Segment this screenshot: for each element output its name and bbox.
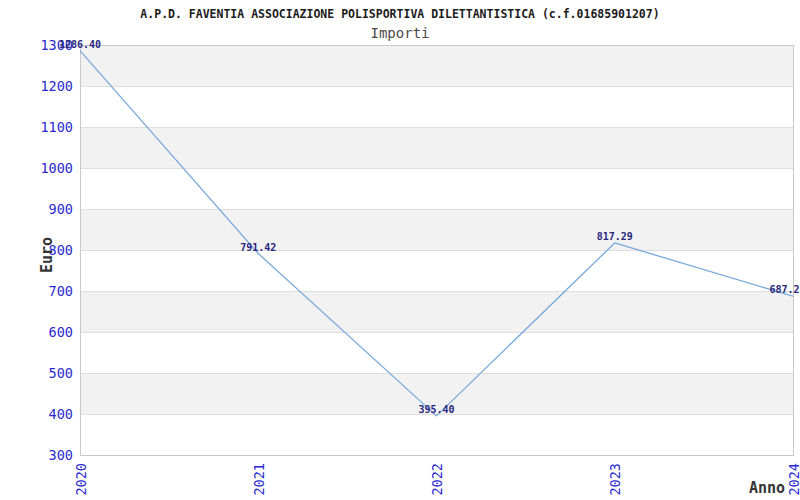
x-axis-title: Anno — [749, 481, 785, 496]
y-axis-tick-label: 600 — [49, 324, 73, 340]
data-point-label: 791.42 — [240, 242, 276, 253]
plot-band — [80, 209, 793, 250]
x-axis-tick-label: 2023 — [607, 463, 623, 496]
plot-band — [80, 291, 793, 332]
plot-band — [80, 414, 793, 455]
x-axis-tick-label: 2024 — [786, 463, 800, 496]
plot-band — [80, 86, 793, 127]
plot-band — [80, 45, 793, 86]
plot-area: 3004005006007008009001000110012001300202… — [0, 0, 800, 500]
chart-title: A.P.D. FAVENTIA ASSOCIAZIONE POLISPORTIV… — [0, 7, 800, 21]
x-axis-tick-label: 2020 — [73, 463, 89, 496]
x-axis-tick-label: 2021 — [251, 463, 267, 496]
y-axis-tick-label: 900 — [49, 201, 73, 217]
y-axis-tick-label: 1000 — [40, 160, 73, 176]
y-axis-tick-label: 1200 — [40, 78, 73, 94]
y-axis-tick-label: 500 — [49, 365, 73, 381]
plot-band — [80, 250, 793, 291]
data-point-label: 687.2 — [769, 284, 799, 295]
y-axis-tick-label: 1100 — [40, 119, 73, 135]
x-axis-tick-label: 2022 — [429, 463, 445, 496]
chart: 3004005006007008009001000110012001300202… — [0, 0, 800, 500]
y-axis-tick-label: 300 — [49, 447, 73, 463]
data-point-label: 395.40 — [418, 404, 454, 415]
plot-band — [80, 127, 793, 168]
y-axis-tick-label: 400 — [49, 406, 73, 422]
y-axis-title: Euro — [40, 237, 55, 273]
data-point-label: 817.29 — [597, 231, 633, 242]
plot-band — [80, 332, 793, 373]
chart-subtitle: Importi — [0, 25, 800, 41]
plot-band — [80, 168, 793, 209]
y-axis-tick-label: 700 — [49, 283, 73, 299]
